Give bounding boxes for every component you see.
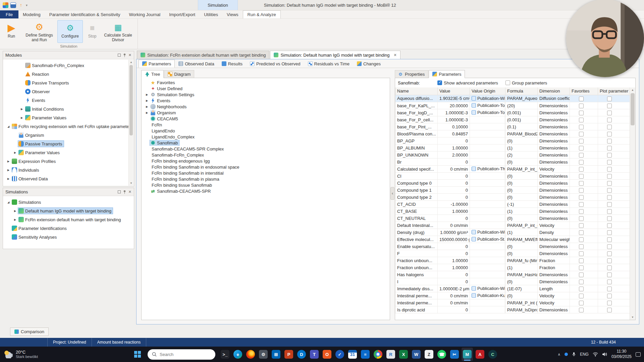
start-button[interactable] bbox=[130, 347, 145, 362]
tree-item-parameter-values[interactable]: ▶Parameter Values bbox=[3, 148, 134, 157]
expand-arrow-icon[interactable]: ▶ bbox=[12, 151, 18, 154]
taskbar-icon-dell[interactable]: D bbox=[296, 348, 307, 361]
favorites-checkbox[interactable] bbox=[579, 167, 584, 172]
table-row[interactable]: BP_UNKNOWN2.00000(2)Dimensionless bbox=[395, 152, 630, 159]
plot-parameter-checkbox[interactable] bbox=[607, 244, 612, 249]
tab-residuals-vs-time[interactable]: Residuals vs Time bbox=[304, 60, 353, 68]
taskbar-search[interactable] bbox=[148, 349, 215, 360]
tree-item-fcrn-binding-sanofimab-in-plasma[interactable]: FcRn binding Sanofimab in plasma bbox=[142, 176, 390, 182]
favorites-checkbox[interactable] bbox=[579, 265, 584, 270]
detail-tab-parameters[interactable]: Parameters bbox=[429, 70, 465, 78]
plot-parameter-checkbox[interactable] bbox=[607, 258, 612, 263]
language-indicator[interactable]: ENG bbox=[580, 352, 589, 357]
tab-predicted-vs-observed[interactable]: Predicted vs Observed bbox=[246, 60, 304, 68]
taskbar-icon-edge[interactable]: e bbox=[232, 348, 244, 361]
favorites-checkbox[interactable] bbox=[579, 118, 584, 122]
detail-tab-properties[interactable]: Properties bbox=[395, 70, 428, 78]
favorites-checkbox[interactable] bbox=[579, 181, 584, 186]
collapse-arrow-icon[interactable]: ◢ bbox=[6, 201, 11, 204]
modules-scrollbar[interactable]: ▲ ▼ bbox=[128, 60, 133, 186]
tree-item-sensitivity-analyses[interactable]: Sensitivity Analyses bbox=[3, 233, 134, 241]
taskbar-icon-transit[interactable]: ≡ bbox=[360, 348, 371, 361]
close-panel-icon[interactable]: ✕ bbox=[128, 53, 131, 57]
favorites-checkbox[interactable] bbox=[579, 195, 584, 200]
taskbar-icon-firefox[interactable] bbox=[245, 348, 256, 361]
checkbox-group-parameters[interactable]: Group parameters bbox=[505, 80, 547, 85]
tree-item-observer[interactable]: Observer bbox=[3, 87, 134, 96]
tree-item-ligandendo[interactable]: LigandEndo bbox=[142, 128, 390, 134]
favorites-checkbox[interactable] bbox=[579, 209, 584, 214]
close-panel-icon[interactable]: ✕ bbox=[128, 190, 131, 194]
plot-parameter-checkbox[interactable] bbox=[607, 251, 612, 256]
expand-arrow-icon[interactable]: ▶ bbox=[6, 177, 11, 180]
ribbon-button-configure[interactable]: Configure bbox=[57, 20, 83, 43]
favorites-checkbox[interactable] bbox=[579, 244, 584, 249]
tab-results[interactable]: Results bbox=[218, 60, 246, 68]
tree-item-parameter-identifications[interactable]: Parameter Identifications bbox=[3, 224, 134, 233]
table-row[interactable]: Fraction unboun...1.00000(1)Fraction bbox=[395, 264, 630, 271]
table-row[interactable]: Blood/Plasma con...0.84857PARAM_Blood2Pl… bbox=[395, 130, 630, 137]
table-row[interactable]: Default Intestinal...0 cm/minPARAM_P_int… bbox=[395, 222, 630, 229]
menu-file[interactable]: File bbox=[0, 10, 18, 18]
table-row[interactable]: base_For_logD_...1.00000E-3Publication-T… bbox=[395, 109, 630, 116]
view-tab-diagram[interactable]: Diagram bbox=[164, 70, 194, 78]
favorites-checkbox[interactable] bbox=[579, 230, 584, 235]
tree-item-fcrn-binding-tissue-sanofimab[interactable]: FcRn binding tissue Sanofimab bbox=[142, 182, 390, 188]
plot-parameter-checkbox[interactable] bbox=[607, 301, 612, 305]
tree-item-organism[interactable]: ▶Organism bbox=[142, 110, 390, 116]
document-tab[interactable]: Simulation: Default human IgG model with… bbox=[270, 51, 400, 59]
plot-parameter-checkbox[interactable] bbox=[607, 202, 612, 207]
favorites-checkbox[interactable] bbox=[579, 125, 584, 129]
favorites-checkbox[interactable] bbox=[579, 146, 584, 150]
pane-splitter[interactable]: ‹ bbox=[390, 68, 395, 324]
tree-item-events[interactable]: Events bbox=[3, 96, 134, 105]
taskbar-clock[interactable]: 11:30 03/09/2025 bbox=[611, 349, 632, 359]
menu-parameter-identification-sensitivity[interactable]: Parameter Identification & Sensitivity bbox=[45, 10, 125, 18]
table-row[interactable]: BP_AGP0(0)Dimensionless bbox=[395, 137, 630, 144]
column-header-value[interactable]: Value bbox=[438, 87, 470, 95]
taskbar-icon-acrobat[interactable]: A bbox=[474, 348, 486, 361]
table-row[interactable]: base_For_P_cell...1.00000E-3(0.001)Dimen… bbox=[395, 116, 630, 123]
plot-parameter-checkbox[interactable] bbox=[607, 308, 612, 312]
tree-item-sanofimab-ceacam5-spr[interactable]: Sanofimab-CEACAM5-SPR bbox=[142, 188, 390, 194]
plot-parameter-checkbox[interactable] bbox=[607, 287, 612, 291]
column-header-value-origin[interactable]: Value Origin bbox=[470, 87, 505, 95]
tree-item-sanofimab-fcrn-complex[interactable]: Sanofimab-FcRn_Complex bbox=[3, 61, 134, 70]
expand-arrow-icon[interactable]: ▶ bbox=[144, 99, 150, 102]
tree-item-default-human-igg-model-with-target-binding[interactable]: ▶Default human IgG model with target bin… bbox=[3, 206, 134, 215]
plot-parameter-checkbox[interactable] bbox=[607, 132, 612, 136]
taskbar-icon-terminal[interactable]: >_ bbox=[219, 348, 231, 361]
table-row[interactable]: I0(0)Dimensionless bbox=[395, 278, 630, 285]
table-row[interactable]: Effective molecul...150000.00000 g/...Pu… bbox=[395, 236, 630, 243]
plot-parameter-checkbox[interactable] bbox=[607, 181, 612, 186]
table-row[interactable]: Intestinal perme...0 cm/minPublication-K… bbox=[395, 292, 630, 299]
tree-item-ceacam5[interactable]: CEACAM5 bbox=[142, 116, 390, 122]
tree-item-passive-transports[interactable]: Passive Transports bbox=[3, 78, 134, 87]
taskbar-icon-zotero[interactable]: Z bbox=[423, 348, 435, 361]
favorites-checkbox[interactable] bbox=[579, 132, 584, 136]
favorites-checkbox[interactable] bbox=[579, 153, 584, 158]
taskbar-icon-whatsapp[interactable]: ☎ bbox=[436, 348, 447, 361]
expand-arrow-icon[interactable]: ▶ bbox=[144, 111, 150, 114]
save-icon[interactable] bbox=[10, 2, 16, 8]
scroll-up-icon[interactable]: ▲ bbox=[630, 87, 635, 93]
microphone-icon[interactable] bbox=[572, 352, 576, 357]
taskbar-icon-excel[interactable]: X bbox=[398, 348, 409, 361]
plot-parameter-checkbox[interactable] bbox=[607, 223, 612, 228]
tree-item-observed-data[interactable]: ▶Observed Data bbox=[3, 174, 134, 183]
plot-parameter-checkbox[interactable] bbox=[607, 111, 612, 115]
float-panel-icon[interactable] bbox=[118, 190, 121, 193]
menu-modeling[interactable]: Modeling bbox=[18, 10, 45, 18]
volume-icon[interactable] bbox=[602, 352, 607, 357]
tree-item-initial-conditions[interactable]: ▶Initial Conditions bbox=[3, 105, 134, 113]
checkbox-show-advanced-parameters[interactable]: Show advanced parameters bbox=[437, 80, 498, 85]
table-row[interactable]: Compound type 20(0)Dimensionless bbox=[395, 194, 630, 201]
menu-import-export[interactable]: Import/Export bbox=[165, 10, 200, 18]
view-tab-tree[interactable]: Tree bbox=[141, 70, 164, 78]
table-row[interactable]: Is diprotic acid0PARAM_IsDiproti...Dimen… bbox=[395, 306, 630, 313]
plot-parameter-checkbox[interactable] bbox=[607, 230, 612, 235]
scroll-up-icon[interactable]: ▲ bbox=[129, 60, 133, 65]
plot-parameter-checkbox[interactable] bbox=[607, 97, 612, 101]
expand-arrow-icon[interactable]: ▶ bbox=[144, 105, 150, 108]
tab-parameters[interactable]: Parameters bbox=[139, 60, 175, 68]
